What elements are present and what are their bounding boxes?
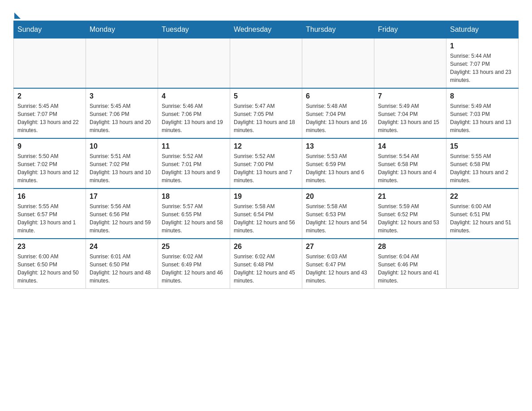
day-number: 6: [306, 92, 370, 100]
calendar-cell: [158, 39, 230, 89]
day-number: 23: [17, 243, 82, 251]
day-info: Sunrise: 5:59 AMSunset: 6:52 PMDaylight:…: [378, 202, 442, 235]
weekday-header-tuesday: Tuesday: [158, 21, 230, 39]
calendar-cell: 1Sunrise: 5:44 AMSunset: 7:07 PMDaylight…: [446, 39, 519, 89]
day-info: Sunrise: 5:57 AMSunset: 6:55 PMDaylight:…: [162, 202, 226, 235]
day-info: Sunrise: 6:00 AMSunset: 6:51 PMDaylight:…: [450, 202, 515, 235]
day-info: Sunrise: 5:58 AMSunset: 6:53 PMDaylight:…: [306, 202, 370, 235]
day-info: Sunrise: 5:50 AMSunset: 7:02 PMDaylight:…: [17, 152, 82, 184]
calendar-cell: [374, 39, 446, 89]
day-number: 28: [378, 243, 442, 251]
page-header: [13, 9, 519, 16]
day-number: 26: [234, 243, 298, 251]
week-row-2: 2Sunrise: 5:45 AMSunset: 7:07 PMDaylight…: [14, 88, 519, 138]
day-number: 13: [306, 142, 370, 150]
day-info: Sunrise: 6:03 AMSunset: 6:47 PMDaylight:…: [306, 253, 370, 285]
day-number: 1: [450, 42, 515, 50]
weekday-header-saturday: Saturday: [446, 21, 519, 39]
calendar-cell: 9Sunrise: 5:50 AMSunset: 7:02 PMDaylight…: [14, 138, 86, 188]
calendar-cell: 17Sunrise: 5:56 AMSunset: 6:56 PMDayligh…: [86, 188, 158, 239]
calendar-cell: 22Sunrise: 6:00 AMSunset: 6:51 PMDayligh…: [446, 188, 519, 239]
day-info: Sunrise: 6:01 AMSunset: 6:50 PMDaylight:…: [90, 253, 154, 285]
calendar-cell: 16Sunrise: 5:55 AMSunset: 6:57 PMDayligh…: [14, 188, 86, 239]
day-info: Sunrise: 5:48 AMSunset: 7:04 PMDaylight:…: [306, 102, 370, 134]
calendar-cell: 3Sunrise: 5:45 AMSunset: 7:06 PMDaylight…: [86, 88, 158, 138]
day-info: Sunrise: 5:53 AMSunset: 6:59 PMDaylight:…: [306, 152, 370, 184]
day-info: Sunrise: 5:55 AMSunset: 6:58 PMDaylight:…: [450, 152, 515, 184]
day-number: 27: [306, 243, 370, 251]
day-info: Sunrise: 5:55 AMSunset: 6:57 PMDaylight:…: [17, 202, 82, 235]
calendar-cell: 2Sunrise: 5:45 AMSunset: 7:07 PMDaylight…: [14, 88, 86, 138]
calendar-cell: 19Sunrise: 5:58 AMSunset: 6:54 PMDayligh…: [230, 188, 302, 239]
logo-arrow-icon: [14, 13, 21, 19]
day-info: Sunrise: 5:54 AMSunset: 6:58 PMDaylight:…: [378, 152, 442, 184]
day-info: Sunrise: 6:04 AMSunset: 6:46 PMDaylight:…: [378, 253, 442, 285]
calendar-cell: 24Sunrise: 6:01 AMSunset: 6:50 PMDayligh…: [86, 239, 158, 289]
calendar-cell: 11Sunrise: 5:52 AMSunset: 7:01 PMDayligh…: [158, 138, 230, 188]
calendar-cell: [14, 39, 86, 89]
day-info: Sunrise: 5:49 AMSunset: 7:03 PMDaylight:…: [450, 102, 515, 134]
calendar-cell: 27Sunrise: 6:03 AMSunset: 6:47 PMDayligh…: [302, 239, 374, 289]
day-number: 24: [90, 243, 154, 251]
day-number: 2: [17, 92, 82, 100]
calendar-cell: 10Sunrise: 5:51 AMSunset: 7:02 PMDayligh…: [86, 138, 158, 188]
day-info: Sunrise: 5:52 AMSunset: 7:01 PMDaylight:…: [162, 152, 226, 184]
day-info: Sunrise: 6:02 AMSunset: 6:49 PMDaylight:…: [162, 253, 226, 285]
day-info: Sunrise: 5:56 AMSunset: 6:56 PMDaylight:…: [90, 202, 154, 235]
day-info: Sunrise: 5:46 AMSunset: 7:06 PMDaylight:…: [162, 102, 226, 134]
day-number: 16: [17, 193, 82, 201]
day-info: Sunrise: 5:47 AMSunset: 7:05 PMDaylight:…: [234, 102, 298, 134]
calendar-cell: 21Sunrise: 5:59 AMSunset: 6:52 PMDayligh…: [374, 188, 446, 239]
day-number: 8: [450, 92, 515, 100]
day-number: 3: [90, 92, 154, 100]
day-number: 7: [378, 92, 442, 100]
day-number: 22: [450, 193, 515, 201]
weekday-header-thursday: Thursday: [302, 21, 374, 39]
weekday-header-row: SundayMondayTuesdayWednesdayThursdayFrid…: [14, 21, 519, 39]
week-row-3: 9Sunrise: 5:50 AMSunset: 7:02 PMDaylight…: [14, 138, 519, 188]
calendar-cell: 28Sunrise: 6:04 AMSunset: 6:46 PMDayligh…: [374, 239, 446, 289]
calendar-cell: 12Sunrise: 5:52 AMSunset: 7:00 PMDayligh…: [230, 138, 302, 188]
day-number: 5: [234, 92, 298, 100]
day-info: Sunrise: 5:52 AMSunset: 7:00 PMDaylight:…: [234, 152, 298, 184]
day-number: 4: [162, 92, 226, 100]
day-number: 17: [90, 193, 154, 201]
calendar-cell: 4Sunrise: 5:46 AMSunset: 7:06 PMDaylight…: [158, 88, 230, 138]
calendar-cell: 7Sunrise: 5:49 AMSunset: 7:04 PMDaylight…: [374, 88, 446, 138]
day-number: 9: [17, 142, 82, 150]
calendar-cell: 26Sunrise: 6:02 AMSunset: 6:48 PMDayligh…: [230, 239, 302, 289]
week-row-1: 1Sunrise: 5:44 AMSunset: 7:07 PMDaylight…: [14, 39, 519, 89]
weekday-header-sunday: Sunday: [14, 21, 86, 39]
calendar-cell: 20Sunrise: 5:58 AMSunset: 6:53 PMDayligh…: [302, 188, 374, 239]
day-number: 21: [378, 193, 442, 201]
weekday-header-friday: Friday: [374, 21, 446, 39]
day-number: 18: [162, 193, 226, 201]
day-number: 10: [90, 142, 154, 150]
day-info: Sunrise: 5:51 AMSunset: 7:02 PMDaylight:…: [90, 152, 154, 184]
calendar-table: SundayMondayTuesdayWednesdayThursdayFrid…: [13, 21, 519, 289]
day-info: Sunrise: 5:44 AMSunset: 7:07 PMDaylight:…: [450, 52, 515, 84]
day-info: Sunrise: 5:45 AMSunset: 7:07 PMDaylight:…: [17, 102, 82, 134]
day-number: 19: [234, 193, 298, 201]
day-info: Sunrise: 5:45 AMSunset: 7:06 PMDaylight:…: [90, 102, 154, 134]
weekday-header-monday: Monday: [86, 21, 158, 39]
day-info: Sunrise: 5:58 AMSunset: 6:54 PMDaylight:…: [234, 202, 298, 235]
day-number: 12: [234, 142, 298, 150]
day-number: 25: [162, 243, 226, 251]
day-number: 20: [306, 193, 370, 201]
day-number: 14: [378, 142, 442, 150]
calendar-cell: [446, 239, 519, 289]
calendar-cell: 18Sunrise: 5:57 AMSunset: 6:55 PMDayligh…: [158, 188, 230, 239]
day-info: Sunrise: 6:00 AMSunset: 6:50 PMDaylight:…: [17, 253, 82, 285]
calendar-cell: [230, 39, 302, 89]
calendar-cell: 8Sunrise: 5:49 AMSunset: 7:03 PMDaylight…: [446, 88, 519, 138]
day-info: Sunrise: 6:02 AMSunset: 6:48 PMDaylight:…: [234, 253, 298, 285]
week-row-4: 16Sunrise: 5:55 AMSunset: 6:57 PMDayligh…: [14, 188, 519, 239]
calendar-cell: [86, 39, 158, 89]
calendar-cell: 15Sunrise: 5:55 AMSunset: 6:58 PMDayligh…: [446, 138, 519, 188]
calendar-cell: 13Sunrise: 5:53 AMSunset: 6:59 PMDayligh…: [302, 138, 374, 188]
day-info: Sunrise: 5:49 AMSunset: 7:04 PMDaylight:…: [378, 102, 442, 134]
calendar-cell: 23Sunrise: 6:00 AMSunset: 6:50 PMDayligh…: [14, 239, 86, 289]
weekday-header-wednesday: Wednesday: [230, 21, 302, 39]
day-number: 11: [162, 142, 226, 150]
